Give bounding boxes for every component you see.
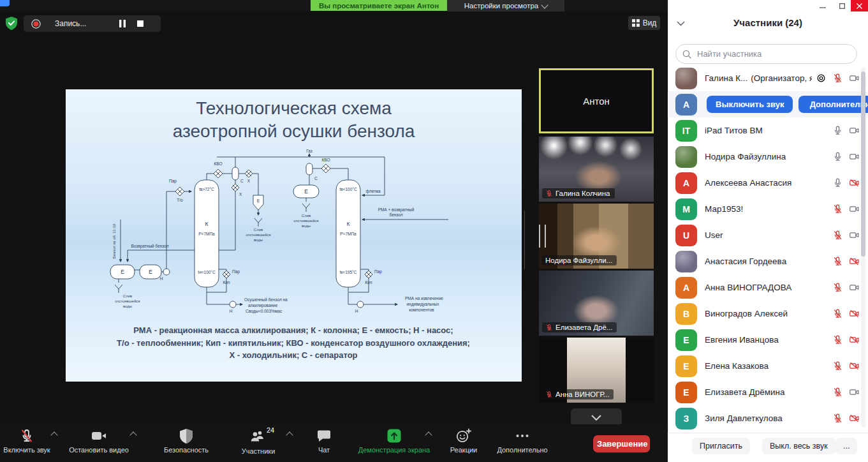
participant-row-ipad[interactable]: IT iPad Титов ВМ <box>668 117 867 144</box>
mic-icon[interactable] <box>832 177 843 188</box>
svg-text:Пар: Пар <box>374 269 382 274</box>
svg-text:РМА на извлечение: РМА на извлечение <box>405 296 443 301</box>
panel-scrollbar-thumb[interactable] <box>861 71 865 257</box>
svg-text:Осушенный бензол на: Осушенный бензол на <box>244 297 288 302</box>
collapse-thumbnails-button[interactable] <box>571 408 622 426</box>
mic-icon[interactable] <box>832 73 843 84</box>
svg-text:Н: Н <box>160 276 163 281</box>
participant-row-hovered[interactable]: А Выключить звук Дополнительн <box>668 91 867 117</box>
name-chip: Анна ВИНОГР... <box>542 389 614 399</box>
svg-text:Н: Н <box>355 309 358 313</box>
camera-icon[interactable] <box>849 73 860 84</box>
video-tile-galina[interactable]: Галина Колчина <box>539 137 654 202</box>
reactions-button[interactable]: Реакции <box>445 428 483 454</box>
participants-list: Галина К...(Организатор, я) А Выключить … <box>668 65 867 431</box>
video-tile-nodira[interactable]: Нодира Файзулли... <box>539 204 654 269</box>
mic-icon[interactable] <box>832 387 843 398</box>
avatar: Е <box>675 329 697 351</box>
camera-icon[interactable] <box>849 177 860 188</box>
mic-muted-icon <box>545 324 553 331</box>
svg-text:алкилирование: алкилирование <box>248 303 278 308</box>
search-input[interactable] <box>696 48 850 59</box>
security-shield-icon[interactable] <box>6 17 17 30</box>
view-options-button[interactable]: Настройки просмотра <box>447 0 564 11</box>
name-chip: Нодира Файзулли... <box>542 255 617 265</box>
mic-icon[interactable] <box>832 413 843 424</box>
security-button[interactable]: Безопасность <box>158 428 215 454</box>
maximize-button[interactable] <box>833 0 851 11</box>
mute-all-button[interactable]: Выкл. весь звук <box>762 438 835 454</box>
camera-icon[interactable] <box>849 387 860 398</box>
svg-text:tв<100°C: tв<100°C <box>339 187 357 191</box>
camera-icon[interactable] <box>849 308 860 319</box>
stop-video-button[interactable]: Остановить видео <box>64 428 134 454</box>
svg-text:Пар: Пар <box>232 269 240 274</box>
unmute-button[interactable]: Включить звук <box>1 428 52 454</box>
participant-row-kazakova[interactable]: Е Елена Казакова <box>668 353 867 379</box>
more-button[interactable]: Дополнительно <box>493 428 552 454</box>
camera-icon[interactable] <box>849 256 860 267</box>
participant-row-anna[interactable]: А Анна ВИНОГРАДОВА <box>668 274 867 301</box>
avatar: А <box>675 94 697 116</box>
minimize-button[interactable] <box>814 0 832 11</box>
mic-icon[interactable] <box>832 308 843 319</box>
participant-name: Анна ВИНОГРАДОВА <box>705 283 828 292</box>
avatar: Е <box>675 355 697 377</box>
more-participant-button[interactable]: Дополнительн <box>798 96 868 113</box>
stop-recording-button[interactable] <box>133 18 147 29</box>
participant-row-zilya[interactable]: З Зиля Давлеткулова <box>668 405 867 431</box>
footer-more-button[interactable]: ... <box>835 438 857 454</box>
screen-share-banner: Вы просматриваете экран Антон <box>311 0 447 11</box>
mute-participant-button[interactable]: Выключить звук <box>707 96 793 113</box>
camera-icon[interactable] <box>849 282 860 293</box>
invite-button[interactable]: Пригласить <box>692 438 750 454</box>
video-tile-anton[interactable]: Антон <box>539 68 654 133</box>
mic-icon[interactable] <box>832 334 843 345</box>
mic-icon[interactable] <box>832 256 843 267</box>
chat-button[interactable]: Чат <box>308 428 340 454</box>
svg-text:Е: Е <box>257 198 260 203</box>
participant-row-gordeeva[interactable]: Анастасия Гордеева <box>668 248 867 274</box>
close-button[interactable] <box>851 0 868 11</box>
resize-handle[interactable] <box>539 225 546 248</box>
participant-row-user[interactable]: U User <box>668 222 867 248</box>
mic-icon[interactable] <box>832 282 843 293</box>
svg-text:Слив: Слив <box>123 294 132 298</box>
participant-row-alekseeva[interactable]: А Алексеева Анастасия <box>668 170 867 196</box>
participant-row-ivantsova[interactable]: Е Евгения Иванцова <box>668 327 867 353</box>
mic-icon[interactable] <box>832 230 843 241</box>
share-screen-button[interactable]: Демонстрация экрана <box>349 428 439 454</box>
mic-icon[interactable] <box>832 204 843 214</box>
end-meeting-button[interactable]: Завершение <box>593 435 650 452</box>
video-tile-anna[interactable]: Анна ВИНОГР... <box>539 338 654 403</box>
view-button[interactable]: Вид <box>628 16 660 30</box>
participant-name: iPad Титов ВМ <box>705 126 828 135</box>
pause-recording-button[interactable] <box>115 18 129 29</box>
video-tile-elizaveta[interactable]: Елизавета Дрё... <box>539 271 654 336</box>
share-screen-icon <box>386 428 402 443</box>
participants-button[interactable]: 24 Участники <box>230 428 287 455</box>
camera-icon[interactable] <box>849 334 860 345</box>
window-icon <box>0 0 10 6</box>
mic-icon[interactable] <box>832 151 843 162</box>
participant-row-mar1953[interactable]: М Мар1953! <box>668 196 867 222</box>
svg-text:tк<195°C: tк<195°C <box>340 270 357 274</box>
participant-row-vinogradov[interactable]: В Виноградов Алексей <box>668 301 867 327</box>
camera-icon[interactable] <box>849 413 860 424</box>
participant-name: User <box>705 230 828 240</box>
camera-icon[interactable] <box>849 151 860 162</box>
camera-icon[interactable] <box>849 361 860 371</box>
svg-text:Бензол из об. 11-19: Бензол из об. 11-19 <box>112 223 116 258</box>
mic-icon[interactable] <box>832 361 843 371</box>
avatar: А <box>675 277 697 299</box>
avatar: Е <box>675 382 697 403</box>
participant-row-galina[interactable]: Галина К...(Организатор, я) <box>668 65 867 91</box>
camera-icon[interactable] <box>849 204 860 214</box>
camera-icon[interactable] <box>849 125 860 136</box>
participant-row-nodira[interactable]: Нодира Файзуллина <box>668 144 867 170</box>
mic-icon[interactable] <box>832 125 843 136</box>
svg-text:tн<100°C: tн<100°C <box>198 270 216 274</box>
svg-text:воды: воды <box>123 304 132 308</box>
camera-icon[interactable] <box>849 230 860 241</box>
participant-row-dremina[interactable]: Е Елизавета Дрёмина <box>668 379 867 405</box>
